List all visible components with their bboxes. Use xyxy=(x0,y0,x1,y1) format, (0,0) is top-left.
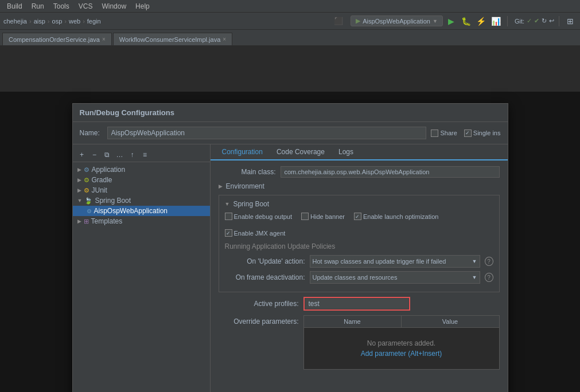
environment-arrow: ▶ xyxy=(219,183,223,189)
git-tick-icon[interactable]: ✔ xyxy=(534,17,539,25)
add-config-button[interactable]: + xyxy=(76,149,88,160)
name-bar: Name: Share Single ins xyxy=(73,122,508,144)
hide-banner-checkbox[interactable] xyxy=(301,213,309,220)
tab-label-1: CompensationOrderService.java xyxy=(9,36,100,43)
share-area: Share Single ins xyxy=(431,130,500,137)
coverage-button[interactable]: ⚡ xyxy=(475,15,488,28)
frame-deactivation-dropdown-icon[interactable]: ▼ xyxy=(472,275,477,280)
tab-configuration[interactable]: Configuration xyxy=(215,144,270,160)
templates-icon: ⊞ xyxy=(84,218,89,225)
run-config-dropdown-icon[interactable]: ▼ xyxy=(433,18,438,24)
copy-config-button[interactable]: ⧉ xyxy=(102,149,113,160)
menu-vcs[interactable]: VCS xyxy=(74,2,98,10)
add-param-link[interactable]: Add parameter (Alt+Insert) xyxy=(361,350,442,358)
gradle-label: Gradle xyxy=(92,176,112,184)
menu-window[interactable]: Window xyxy=(97,2,131,10)
run-config-selector[interactable]: ▶ AispOspWebApplication ▼ xyxy=(351,15,443,26)
breadcrumb-web[interactable]: web xyxy=(69,18,80,25)
no-params-text: No parameters added. xyxy=(367,339,435,347)
single-instance-checkbox[interactable] xyxy=(464,130,472,137)
spring-checkboxes: Enable debug output Hide banner Enable l… xyxy=(225,213,493,237)
config-content: Main class: com.chehejia.aisp.osp.web.Ai… xyxy=(211,160,508,392)
main-layout: Run/Debug Configurations Name: Share Sin… xyxy=(0,46,580,392)
menu-bar: Build Run Tools VCS Window Help xyxy=(0,0,580,13)
close-tab-2[interactable]: × xyxy=(223,36,226,42)
share-checkbox[interactable] xyxy=(431,130,438,137)
tab-workflow-consumer-service[interactable]: WorkflowConsumerServiceImpl.java × xyxy=(113,33,232,45)
sidebar-item-junit[interactable]: ▶ ⚙ JUnit xyxy=(73,185,210,195)
active-profiles-input[interactable] xyxy=(305,299,408,309)
breadcrumb-aisp[interactable]: aisp xyxy=(34,18,45,25)
share-label: Share xyxy=(440,130,457,136)
frame-deactivation-select[interactable]: Update classes and resources ▼ xyxy=(310,271,480,284)
hide-banner-text: Hide banner xyxy=(310,213,345,220)
spring-icon: 🍃 xyxy=(84,197,92,205)
profile-button[interactable]: 📊 xyxy=(490,15,503,28)
share-checkbox-label[interactable]: Share xyxy=(431,130,457,137)
sidebar-item-templates[interactable]: ▶ ⊞ Templates xyxy=(73,216,210,226)
git-check-icon[interactable]: ✓ xyxy=(527,17,532,25)
tab-code-coverage[interactable]: Code Coverage xyxy=(270,144,332,160)
frame-deactivation-row: On frame deactivation: Update classes an… xyxy=(225,271,493,284)
sidebar-item-application[interactable]: ▶ ⚙ Application xyxy=(73,164,210,175)
spring-boot-label: Spring Boot xyxy=(95,197,131,205)
expand-arrow-templates: ▶ xyxy=(77,218,81,224)
params-header: Name Value xyxy=(304,316,499,328)
sidebar-item-aisp-osp-web-app[interactable]: ⚙ AispOspWebApplication xyxy=(73,206,210,216)
update-action-help[interactable]: ? xyxy=(485,257,493,266)
hide-banner-label[interactable]: Hide banner xyxy=(301,213,345,220)
enable-jmx-label[interactable]: Enable JMX agent xyxy=(225,229,286,237)
enable-jmx-text: Enable JMX agent xyxy=(234,230,286,237)
remove-config-button[interactable]: − xyxy=(89,149,100,160)
single-instance-label[interactable]: Single ins xyxy=(464,130,501,137)
params-table: Name Value No parameters added. Add para… xyxy=(303,315,500,370)
update-action-dropdown-icon[interactable]: ▼ xyxy=(472,258,477,264)
menu-build[interactable]: Build xyxy=(2,2,27,10)
menu-help[interactable]: Help xyxy=(131,2,154,10)
close-tab-1[interactable]: × xyxy=(102,36,106,42)
name-input[interactable] xyxy=(107,127,427,139)
enable-launch-label[interactable]: Enable launch optimization xyxy=(354,213,438,220)
menu-tools[interactable]: Tools xyxy=(49,2,74,10)
spring-boot-section-title[interactable]: ▼ Spring Boot xyxy=(225,200,493,208)
enable-debug-label[interactable]: Enable debug output xyxy=(225,213,293,220)
update-action-label: On 'Update' action: xyxy=(225,257,305,265)
enable-debug-checkbox[interactable] xyxy=(225,213,232,220)
application-icon: ⚙ xyxy=(84,166,89,174)
single-instance-text: Single ins xyxy=(473,130,501,136)
update-action-value: Hot swap classes and update trigger file… xyxy=(313,258,446,265)
sidebar-item-gradle[interactable]: ▶ ⚙ Gradle xyxy=(73,175,210,185)
active-profiles-input-wrapper xyxy=(303,297,410,311)
enable-jmx-checkbox[interactable] xyxy=(225,229,232,237)
breadcrumb-fegin[interactable]: fegin xyxy=(87,18,101,25)
environment-section[interactable]: ▶ Environment xyxy=(219,182,500,190)
breadcrumb-chehejia[interactable]: chehejia xyxy=(3,18,27,25)
run-config-icon: ▶ xyxy=(356,17,360,25)
menu-run[interactable]: Run xyxy=(27,2,49,10)
params-empty-area: No parameters added. Add parameter (Alt+… xyxy=(304,328,499,369)
toolbar-extra-icon[interactable]: ⊞ xyxy=(564,15,577,28)
override-params-label: Override parameters: xyxy=(219,315,299,326)
frame-deactivation-help[interactable]: ? xyxy=(485,273,493,282)
breadcrumb-osp[interactable]: osp xyxy=(52,18,63,25)
more-options-button[interactable]: … xyxy=(114,149,126,160)
junit-label: JUnit xyxy=(92,186,107,194)
enable-launch-checkbox[interactable] xyxy=(354,213,361,220)
git-undo-icon[interactable]: ↩ xyxy=(549,17,554,25)
move-up-button[interactable]: ↑ xyxy=(127,149,138,160)
tab-compensation-order-service[interactable]: CompensationOrderService.java × xyxy=(2,33,112,45)
update-action-select[interactable]: Hot swap classes and update trigger file… xyxy=(310,255,480,268)
git-refresh-icon[interactable]: ↻ xyxy=(542,17,547,25)
gradle-icon: ⚙ xyxy=(84,177,89,184)
update-action-row: On 'Update' action: Hot swap classes and… xyxy=(225,255,493,268)
junit-icon: ⚙ xyxy=(84,187,89,194)
spring-boot-section: ▼ Spring Boot Enable debug output xyxy=(219,195,500,292)
expand-arrow-junit: ▶ xyxy=(77,187,81,193)
active-profiles-row: Active profiles: xyxy=(219,297,500,311)
debug-button[interactable]: 🐛 xyxy=(460,15,473,28)
sidebar-item-spring-boot[interactable]: ▼ 🍃 Spring Boot xyxy=(73,195,210,206)
run-button[interactable]: ▶ xyxy=(445,15,458,28)
sort-button[interactable]: ≡ xyxy=(139,149,151,160)
dialog-title: Run/Debug Configurations xyxy=(73,104,508,122)
tab-logs[interactable]: Logs xyxy=(332,144,360,160)
